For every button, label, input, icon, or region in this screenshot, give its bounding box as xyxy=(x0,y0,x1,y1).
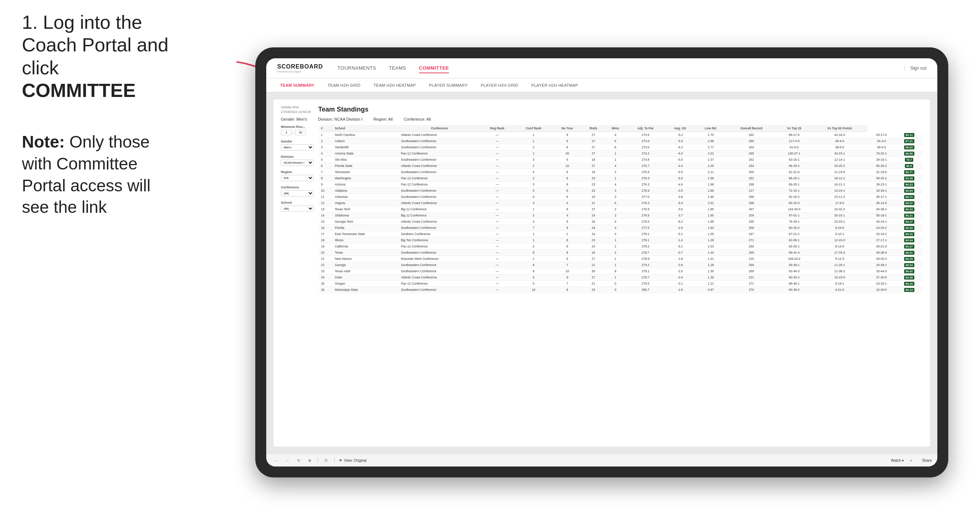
sub-nav: TEAM SUMMARY TEAM H2H GRID TEAM H2H HEAT… xyxy=(266,78,937,92)
nav-teams[interactable]: TEAMS xyxy=(389,63,406,73)
table-row: 26Mississippi StateSoutheastern Conferen… xyxy=(319,287,923,293)
conference-value: All xyxy=(426,117,431,121)
table-header-row: # School Conference Reg Rank Conf Rank N… xyxy=(319,125,923,132)
col-wins: Wins xyxy=(605,125,626,132)
conference-filter-group: Conference (All) xyxy=(281,186,313,197)
filters-row: Gender: Men's Division: NCAA Division I … xyxy=(281,117,923,121)
logo-sub: Powered by clippd xyxy=(277,70,323,73)
step-text: 1. Log into the Coach Portal and click C… xyxy=(22,11,175,102)
subnav-player-summary[interactable]: PLAYER SUMMARY xyxy=(426,81,471,89)
panel-title: Team Standings xyxy=(318,106,369,113)
panel-header: Update time: 27/03/2024 16:56:26 Team St… xyxy=(281,105,923,114)
table-row: 5Ole MissSoutheastern Conference—3618127… xyxy=(319,157,923,163)
table-row: 21New MexicoMountain West Conference—192… xyxy=(319,256,923,262)
col-vs-top50: Vs Top 50 Points xyxy=(812,125,867,132)
table-container: # School Conference Reg Rank Conf Rank N… xyxy=(319,125,923,293)
min-rounds-filter: Minimum Rou... - xyxy=(281,125,313,135)
share-button[interactable]: Share xyxy=(922,459,932,462)
col-vs-top25: Vs Top 25 xyxy=(776,125,812,132)
table-body: 1North CarolinaAtlantic Coast Conference… xyxy=(319,132,923,293)
subnav-player-h2h-heatmap[interactable]: PLAYER H2H HEATMAP xyxy=(528,81,581,89)
school-filter-group: School (All) xyxy=(281,201,313,212)
table-row: 6Florida StateAtlantic Coast Conference—… xyxy=(319,163,923,169)
sidebar-filters: Minimum Rou... - Gender Men's xyxy=(281,125,313,293)
tablet-screen: SCOREBOARD Powered by clippd TOURNAMENTS… xyxy=(266,58,937,467)
school-filter-label: School xyxy=(281,201,313,205)
update-time-value: 27/03/2024 16:56:26 xyxy=(281,110,311,114)
col-conf-rank: Conf Rank xyxy=(515,125,552,132)
table-row: 13Texas TechBig 12 Conference—19272276.9… xyxy=(319,206,923,213)
region-filter: Region: All xyxy=(374,117,393,121)
col-avg-sg: Avg. SG xyxy=(665,125,695,132)
main-content: Minimum Rou... - Gender Men's xyxy=(281,125,923,293)
toolbar-back[interactable]: ← xyxy=(272,457,280,464)
subnav-team-h2h-heatmap[interactable]: TEAM H2H HEATMAP xyxy=(371,81,419,89)
table-row: 2AuburnSoutheastern Conference—19276273.… xyxy=(319,138,923,144)
conference-label: Conference: xyxy=(404,117,426,121)
col-adj-to-par: Adj. To Par xyxy=(626,125,665,132)
division-value: NCAA Division I xyxy=(334,117,363,121)
standings-table: # School Conference Reg Rank Conf Rank N… xyxy=(319,125,923,293)
nav-committee[interactable]: COMMITTEE xyxy=(419,63,449,73)
min-rounds-label: Minimum Rou... xyxy=(281,125,313,129)
division-select[interactable]: NCAA Division I xyxy=(281,160,313,166)
toolbar-resize[interactable]: ⤢ xyxy=(907,457,915,464)
toolbar-clock[interactable]: ⏱ xyxy=(322,457,330,464)
sign-out-button[interactable]: Sign out xyxy=(905,66,926,71)
gender-label: Gender: xyxy=(281,117,296,121)
max-rounds-input[interactable] xyxy=(295,130,306,135)
step-number: 1. xyxy=(22,12,38,33)
note-text: Note: Only those with Committee Portal a… xyxy=(22,131,175,218)
note-bold: Note: xyxy=(22,132,65,151)
note-section: Note: Only those with Committee Portal a… xyxy=(22,131,175,218)
col-no-tour: No Tour xyxy=(552,125,582,132)
table-row: 9ArizonaPac-12 Conference—38234276.3-4.6… xyxy=(319,181,923,188)
col-school: School xyxy=(333,125,399,132)
region-label: Region: xyxy=(374,117,387,121)
rounds-range: - xyxy=(281,130,313,135)
update-time: Update time: 27/03/2024 16:56:26 xyxy=(281,105,311,114)
table-row: 4Arizona StatePac-12 Conference—12627127… xyxy=(319,151,923,157)
region-filter-label: Region xyxy=(281,170,313,174)
division-label: Division: xyxy=(318,117,333,121)
nav-tournaments[interactable]: TOURNAMENTS xyxy=(338,63,376,73)
subnav-player-h2h-grid[interactable]: PLAYER H2H GRID xyxy=(478,81,521,89)
update-label: Update time: xyxy=(281,105,299,109)
gender-filter: Gender: Men's xyxy=(281,117,307,121)
toolbar-refresh[interactable]: ↻ xyxy=(295,457,302,464)
table-row: 19CaliforniaPac-12 Conference—48242278.2… xyxy=(319,243,923,250)
conference-filter: Conference: All xyxy=(404,117,431,121)
main-nav: TOURNAMENTS TEAMS COMMITTEE xyxy=(338,63,905,73)
region-filter-group: Region N/A xyxy=(281,170,313,181)
table-row: 17East Tennessee StateSouthern Conferenc… xyxy=(319,231,923,237)
region-value: All xyxy=(388,117,393,121)
view-original-button[interactable]: 👁 View: Original xyxy=(339,459,366,462)
table-row: 7TennesseeSoutheastern Conference—461822… xyxy=(319,169,923,175)
division-filter-label: Division xyxy=(281,155,313,159)
standings-panel: Update time: 27/03/2024 16:56:26 Team St… xyxy=(274,100,930,446)
school-select[interactable]: (All) xyxy=(281,206,313,212)
table-row: 20TexasSoutheastern Conference—88242278.… xyxy=(319,250,923,256)
toolbar-forward[interactable]: → xyxy=(283,457,291,464)
view-icon: 👁 xyxy=(339,459,342,462)
table-row: 12VirginiaAtlantic Coast Conference—3421… xyxy=(319,200,923,206)
table-row: 10AlabamaSoutheastern Conference—5623327… xyxy=(319,188,923,194)
col-conference: Conference xyxy=(399,125,480,132)
content-area: Update time: 27/03/2024 16:56:26 Team St… xyxy=(266,92,937,454)
subnav-team-summary[interactable]: TEAM SUMMARY xyxy=(277,81,317,89)
division-filter: Division: NCAA Division I xyxy=(318,117,363,121)
min-rounds-input[interactable] xyxy=(281,130,292,135)
watch-button[interactable]: Watch ▾ xyxy=(891,459,904,462)
conference-select[interactable]: (All) xyxy=(281,190,313,197)
toolbar-bookmark[interactable]: ⊕ xyxy=(306,457,313,464)
table-row: 14OklahomaBig 12 Conference—24242276.9-3… xyxy=(319,213,923,219)
division-filter-group: Division NCAA Division I xyxy=(281,155,313,166)
table-row: 25OregonPac-12 Conference—57210279.5-3.1… xyxy=(319,281,923,287)
subnav-team-h2h-grid[interactable]: TEAM H2H GRID xyxy=(325,81,363,89)
region-select[interactable]: N/A xyxy=(281,175,313,181)
gender-select[interactable]: Men's xyxy=(281,144,313,151)
col-reg-rank: Reg Rank xyxy=(480,125,515,132)
table-row: 15Georgia TechAtlantic Coast Conference—… xyxy=(319,219,923,225)
step-description: Log into the Coach Portal and click xyxy=(22,12,169,78)
gender-value: Men's xyxy=(296,117,307,121)
